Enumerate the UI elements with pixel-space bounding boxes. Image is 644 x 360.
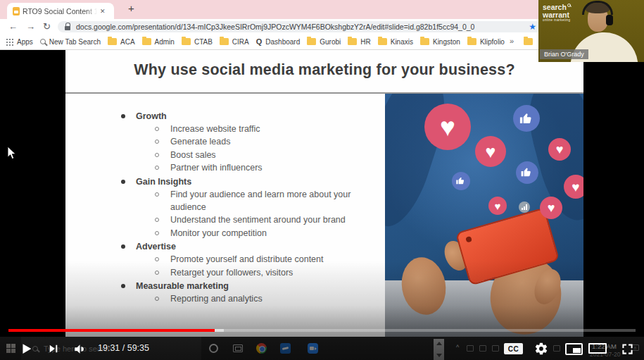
bookmark-item-aca[interactable]: ACA (108, 38, 135, 46)
bullet-circle (155, 139, 159, 144)
folder-icon[interactable] (524, 38, 533, 45)
headphones-band (582, 1, 613, 15)
scroll-arrows-widget[interactable] (434, 339, 444, 360)
bookmark-item-cira[interactable]: CIRA (220, 38, 249, 46)
bullet-circle (155, 192, 159, 197)
task-view-icon[interactable] (233, 345, 243, 352)
bullet-sub-item-label: Monitor your competition (170, 227, 267, 240)
presenter-webcam: search warrant online marketing Brian O'… (538, 0, 644, 62)
bookmark-star-icon[interactable]: ★ (529, 22, 536, 32)
blue-app-taskbar-icon[interactable] (280, 343, 291, 354)
folder-icon (348, 38, 357, 45)
bullet-heading: Advertise (120, 240, 387, 253)
tray-icon[interactable] (553, 345, 560, 352)
bookmark-item-dashboard[interactable]: QDashboard (256, 37, 300, 46)
bookmark-item-admin[interactable]: Admin (142, 38, 175, 46)
bullet-sub-item: Retarget your followers, visitors (120, 266, 387, 279)
bookmarks-overflow-chevron[interactable]: » (510, 37, 514, 45)
tray-expand-chevron[interactable]: ^ (456, 344, 459, 351)
chrome-taskbar-icon[interactable] (256, 343, 267, 354)
bookmark-item-ctab[interactable]: CTAB (182, 38, 213, 46)
bullet-sub-item: Generate leads (120, 135, 387, 148)
tray-icon[interactable] (479, 345, 486, 352)
mouse-cursor (7, 146, 17, 163)
back-icon[interactable]: ← (8, 20, 18, 32)
bullet-circle (155, 257, 159, 261)
bullet-sub-item-label: Partner with influencers (170, 161, 263, 174)
logo-line3: online marketing (543, 19, 571, 23)
address-bar[interactable]: docs.google.com/presentation/d/134-mICp3… (58, 21, 542, 32)
captions-button[interactable]: CC (504, 343, 523, 354)
bullet-circle (155, 153, 159, 157)
progress-bar[interactable] (8, 329, 636, 332)
bullet-dot (121, 114, 125, 118)
bookmark-item-klipfolio[interactable]: Klipfolio (467, 38, 505, 46)
bullet-heading-label: Gain Insights (136, 177, 191, 187)
bookmark-label: CTAB (194, 38, 213, 46)
tab-close-icon[interactable]: ✕ (100, 8, 106, 15)
magnifier-icon (567, 4, 571, 7)
bullet-sub-item-label: Reporting and analytics (170, 292, 263, 305)
youtube-player[interactable]: RTO9 Social Content 101 Webina ✕ + ← → ↻… (0, 0, 644, 360)
bullet-sub-item-label: Promote yourself and distribute content (170, 253, 323, 266)
bullet-sub-item: Boost sales (120, 149, 387, 161)
start-button-icon[interactable] (6, 344, 15, 353)
heart-icon: ♥ (424, 104, 471, 150)
bookmarks-list: AppsNew Tab SearchACAAdminCTABCIRAQDashb… (6, 34, 507, 49)
bullet-heading-label: Advertise (136, 242, 176, 252)
reload-icon[interactable]: ↻ (43, 20, 51, 32)
play-button[interactable] (15, 340, 37, 358)
heart-icon: ♥ (475, 136, 506, 167)
bullet-circle (155, 218, 159, 222)
miniplayer-button[interactable] (565, 343, 583, 355)
logo-line2: warrant (543, 11, 571, 19)
bullet-dot (121, 180, 125, 184)
headphones-cup (606, 15, 613, 25)
tray-icon[interactable] (492, 345, 499, 352)
bookmark-item-kinaxis[interactable]: Kinaxis (378, 38, 413, 46)
bullet-sub-item: Promote yourself and distribute content (120, 253, 387, 266)
heart-icon: ♥ (540, 197, 562, 219)
bookmark-label: Gurobi (320, 38, 341, 46)
zoom-taskbar-icon[interactable] (308, 343, 318, 354)
forward-icon[interactable]: → (26, 20, 35, 32)
thumbs-up-icon (513, 105, 540, 132)
volume-icon[interactable] (70, 340, 89, 357)
progress-played (8, 329, 215, 332)
lock-icon (65, 26, 70, 30)
google-slides-favicon (13, 7, 20, 15)
tab-title: RTO9 Social Content 101 Webina (23, 7, 97, 15)
cortana-icon[interactable] (209, 344, 218, 353)
folder-icon (182, 38, 191, 45)
bookmark-item-apps[interactable]: Apps (6, 38, 33, 46)
search-icon (40, 39, 46, 44)
fullscreen-button[interactable] (619, 341, 636, 356)
bookmark-label: New Tab Search (49, 38, 101, 46)
browser-tab[interactable]: RTO9 Social Content 101 Webina ✕ (7, 3, 114, 19)
bookmark-item-new-tab-search[interactable]: New Tab Search (40, 38, 101, 46)
bullet-sub-item-label: Boost sales (170, 149, 216, 161)
folder-icon (307, 38, 316, 45)
heart-icon: ♥ (548, 138, 571, 161)
folder-icon (108, 38, 117, 45)
bullet-dot (121, 244, 125, 249)
url-text[interactable]: docs.google.com/presentation/d/134-mICp3… (76, 23, 524, 31)
settings-gear-icon[interactable] (533, 341, 550, 356)
new-tab-button[interactable]: + (128, 2, 134, 14)
theater-mode-button[interactable] (588, 343, 607, 354)
slide: Why use social media marketing for your … (65, 50, 583, 337)
webcam-brand-logo: search warrant online marketing (543, 4, 571, 23)
bullet-sub-item-label: Generate leads (170, 135, 230, 148)
bookmark-item-gurobi[interactable]: Gurobi (307, 38, 341, 46)
time-display: 19:31 / 59:35 (98, 343, 149, 353)
heart-icon: ♥ (564, 175, 583, 199)
slide-photo: ♥♥♥♥♥♥ (385, 94, 583, 337)
heart-icon: ♥ (488, 197, 507, 215)
bookmark-item-kingston[interactable]: Kingston (420, 38, 460, 46)
bullet-sub-item: Increase website traffic (120, 123, 387, 135)
bookmark-item-hr[interactable]: HR (348, 38, 370, 46)
tray-icon[interactable] (467, 345, 474, 352)
folder-icon (420, 38, 429, 45)
bullet-circle (155, 166, 159, 170)
next-button[interactable] (44, 340, 63, 357)
